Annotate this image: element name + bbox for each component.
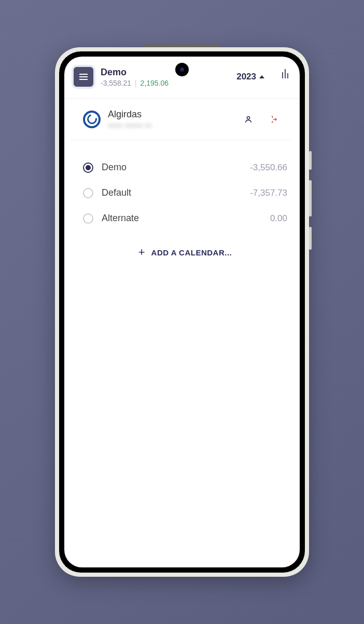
- calendar-name: Default: [102, 187, 242, 198]
- balance-summary: -3,558.21 | 2,195.06: [101, 79, 229, 87]
- menu-button[interactable]: [72, 65, 95, 89]
- calendar-balance: 0.00: [270, 213, 287, 224]
- calendar-row-demo[interactable]: Demo -3,550.66: [83, 155, 287, 180]
- calendar-title: Demo: [101, 67, 229, 78]
- stats-button[interactable]: [278, 71, 292, 83]
- header-info: Demo -3,558.21 | 2,195.06: [101, 67, 229, 87]
- svg-point-0: [247, 116, 249, 119]
- bar-chart-icon: [282, 72, 283, 78]
- calendar-list: Demo -3,550.66 Default -7,357.73 Alterna…: [64, 140, 300, 274]
- menu-icon: [79, 74, 88, 80]
- profile-info: Algirdas xxxx xxxxx xx: [108, 109, 236, 129]
- calendar-balance: -7,357.73: [250, 188, 287, 198]
- add-calendar-button[interactable]: + ADD A CALENDAR...: [83, 231, 287, 274]
- app-screen: Demo -3,558.21 | 2,195.06 2023: [64, 57, 300, 567]
- balance-positive: 2,195.06: [141, 79, 169, 87]
- profile-email: xxxx xxxxx xx: [108, 121, 236, 129]
- add-calendar-label: ADD A CALENDAR...: [151, 248, 232, 257]
- profile-name: Algirdas: [108, 109, 236, 120]
- year-dropdown[interactable]: 2023: [234, 69, 267, 85]
- plus-icon: +: [138, 246, 145, 259]
- calendar-row-alternate[interactable]: Alternate 0.00: [83, 206, 287, 231]
- calendar-name: Demo: [102, 162, 242, 173]
- calendar-balance: -3,550.66: [250, 162, 287, 173]
- year-label: 2023: [236, 72, 256, 82]
- calendar-row-default[interactable]: Default -7,357.73: [83, 180, 287, 206]
- account-icon[interactable]: [244, 115, 253, 124]
- calendar-name: Alternate: [102, 213, 262, 224]
- logout-icon[interactable]: [269, 115, 278, 124]
- radio-unselected-icon: [83, 213, 93, 224]
- avatar-icon: [83, 111, 101, 128]
- balance-negative: -3,558.21: [101, 79, 131, 87]
- chevron-up-icon: [259, 75, 264, 78]
- profile-row: Algirdas xxxx xxxxx xx: [71, 99, 290, 140]
- radio-unselected-icon: [83, 188, 93, 198]
- radio-selected-icon: [83, 162, 93, 173]
